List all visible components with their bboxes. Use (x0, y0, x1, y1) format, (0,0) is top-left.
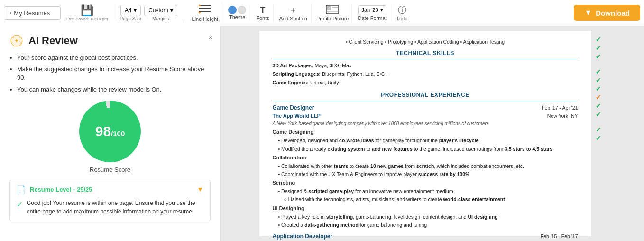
profile-picture-button[interactable]: Profile Picture (313, 4, 352, 22)
job-1-section-1: Game Designing (273, 129, 578, 136)
resume-level-header[interactable]: 📄 Resume Level - 25/25 ▼ (17, 185, 203, 194)
date-format-label: Date Format (358, 15, 386, 21)
ai-bullet-1: Your score against the global best pract… (17, 54, 211, 62)
skill-label-2: Scripting Lnguages: (273, 71, 321, 77)
date-format-button[interactable]: Jan '20 ▾ Date Format (354, 4, 391, 22)
ai-review-close-button[interactable]: × (208, 34, 212, 42)
resume-wrapper: • Client Servicing • Prototyping • Appli… (259, 31, 606, 236)
check-icon: ✓ (17, 200, 23, 209)
job-2-title: Application Developer (273, 232, 333, 241)
resume-level-text: Good job! Your resume is within one page… (27, 199, 203, 216)
ai-logo: ✦ (9, 34, 24, 48)
resume-doc-area[interactable]: • Client Servicing • Prototyping • Appli… (221, 26, 644, 241)
review-icon-11: ✔ (596, 134, 601, 143)
review-icon-6: ✔ (596, 85, 601, 93)
line-height-icon (198, 4, 212, 16)
job-1-s3-b1: Designed & scripted game-play for an inn… (278, 188, 578, 195)
score-display: 98 /100 (95, 123, 125, 139)
skill-item-1: 3D Art Packages: Maya, 3DS, Max (273, 62, 578, 69)
score-inner: 98 /100 (86, 108, 134, 155)
margins-group: Custom ▾ Margins (144, 5, 177, 21)
toolbar: ‹ My Resumes 💾 Last Saved: 18:14 pm A4 ▾… (0, 0, 644, 26)
ai-bullet-3: You can make changes while the review mo… (17, 85, 211, 94)
page-size-select[interactable]: A4 ▾ (120, 5, 141, 16)
svg-rect-2 (199, 11, 211, 12)
page-size-label: Page Size (120, 16, 142, 21)
fonts-icon: T (260, 5, 265, 15)
add-section-button[interactable]: ＋ Add Section (276, 3, 312, 22)
svg-marker-4 (198, 12, 201, 14)
job-1-subtitle: A New York-based game designing company … (273, 120, 578, 128)
download-icon: ▼ (584, 9, 592, 17)
skill-value-3: Unreal, Unity (310, 80, 339, 85)
theme-label: Theme (229, 14, 245, 20)
job-2-date: Feb '15 - Feb '17 (541, 233, 578, 240)
help-label: Help (397, 16, 408, 21)
skills-top-line: • Client Servicing • Prototyping • Appli… (273, 38, 578, 46)
chevron-down-icon: ▾ (134, 7, 137, 14)
ai-review-bullets: Your score against the global best pract… (9, 54, 211, 94)
review-icons: ✔ ✔ ✔ ✔ ✔ ✔ ✔ ✔ ✔ ✔ ✔ (591, 31, 606, 236)
job-2: Application Developer Feb '15 - Feb '17 … (273, 232, 578, 241)
resume-level-title: 📄 Resume Level - 25/25 (17, 185, 92, 194)
job-1-company-row: The App World LLP New York, NY (273, 112, 578, 120)
job-1-section-4: UI Designing (273, 205, 578, 213)
chevron-left-icon: ‹ (10, 10, 11, 16)
resume-level-label: Resume Level - 25/25 (30, 186, 92, 193)
ai-review-header: ✦ AI Review × (9, 34, 211, 48)
main-content: ✦ AI Review × Your score against the glo… (0, 26, 644, 241)
job-1-location: New York, NY (547, 112, 578, 120)
job-1-company: The App World LLP (273, 112, 321, 120)
job-1: Game Designer Feb '17 - Apr '21 The App … (273, 104, 578, 229)
divider-1 (116, 4, 116, 22)
ai-review-panel: ✦ AI Review × Your score against the glo… (0, 26, 221, 241)
score-label: Resume Score (90, 166, 130, 173)
date-format-select[interactable]: Jan '20 ▾ (358, 5, 386, 15)
back-button[interactable]: ‹ My Resumes (4, 6, 61, 20)
svg-rect-6 (327, 6, 331, 10)
ai-review-title: AI Review (28, 35, 78, 47)
page-size-value: A4 (125, 7, 132, 14)
job-1-section-3: Scripting (273, 179, 578, 187)
chevron-down-icon: ▾ (380, 7, 383, 13)
skill-value-1: Maya, 3DS, Max (314, 63, 351, 68)
review-icon-7: ✔ (596, 93, 601, 102)
job-1-title-row: Game Designer Feb '17 - Apr '21 (273, 104, 578, 112)
profile-picture-icon (326, 5, 339, 16)
svg-point-14 (19, 37, 21, 38)
circle-blue (228, 6, 237, 14)
svg-point-13 (12, 37, 14, 38)
skills-list: 3D Art Packages: Maya, 3DS, Max Scriptin… (273, 62, 578, 87)
ai-bullet-2: Make the suggested changes to increase y… (17, 65, 211, 82)
job-1-s1-b2: Modified the already existing system to … (278, 146, 578, 153)
job-1-section-2: Collaboration (273, 154, 578, 162)
job-1-date: Feb '17 - Apr '21 (542, 104, 578, 111)
add-section-icon: ＋ (289, 4, 297, 16)
margins-value: Custom (148, 7, 168, 14)
circle-light (238, 6, 246, 14)
job-1-s2-b2: Coordinated with the UX Team & Engineers… (278, 171, 578, 178)
document-icon: 📄 (17, 185, 26, 194)
profile-picture-label: Profile Picture (316, 16, 349, 21)
job-1-s4-b2: Created a data-gathering method for game… (278, 222, 578, 229)
save-icon[interactable]: 💾 (81, 4, 93, 17)
add-section-label: Add Section (279, 16, 307, 21)
score-number: 98 (95, 123, 111, 139)
date-format-value: Jan '20 (361, 7, 378, 13)
score-container: 98 /100 Resume Score (9, 101, 211, 173)
professional-experience-title: PROFESSIONAL EXPERIENCE (273, 91, 578, 101)
fonts-label: Fonts (256, 15, 269, 21)
page-size-group: A4 ▾ Page Size (120, 5, 142, 21)
review-icon-1: ✔ (596, 36, 601, 44)
help-button[interactable]: ⓘ Help (393, 3, 412, 22)
back-label: My Resumes (14, 9, 50, 17)
review-icon-8: ✔ (596, 102, 601, 111)
line-height-button[interactable]: Line Height (188, 3, 223, 23)
fonts-button[interactable]: T Fonts (252, 4, 274, 22)
help-icon: ⓘ (398, 4, 406, 16)
margins-select[interactable]: Custom ▾ (144, 5, 177, 16)
download-button[interactable]: ▼ Download (574, 5, 640, 21)
review-icon-10: ✔ (596, 126, 601, 134)
theme-button[interactable]: Theme (224, 5, 250, 21)
margins-label: Margins (152, 16, 169, 21)
